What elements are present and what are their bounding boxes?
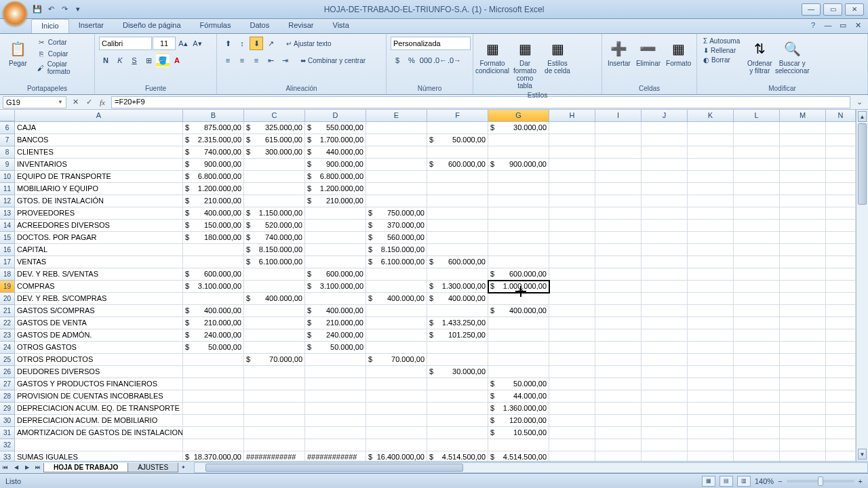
tab-last-icon[interactable]: ⏭ bbox=[33, 462, 43, 473]
cell[interactable]: INVENTARIOS bbox=[15, 159, 183, 171]
zoom-thumb[interactable] bbox=[818, 476, 823, 486]
cell[interactable] bbox=[366, 427, 427, 439]
cell[interactable]: $50.000,00 bbox=[427, 134, 488, 146]
tab-insertar[interactable]: Insertar bbox=[69, 19, 113, 33]
fill-color-button[interactable]: 🪣 bbox=[156, 54, 170, 67]
cell[interactable] bbox=[642, 329, 688, 342]
cell[interactable] bbox=[427, 183, 488, 195]
row-header[interactable]: 29 bbox=[0, 403, 15, 415]
scroll-up-icon[interactable]: ▲ bbox=[858, 111, 867, 122]
cell[interactable] bbox=[488, 171, 549, 183]
page-break-view-icon[interactable]: ▥ bbox=[737, 476, 751, 487]
cell[interactable] bbox=[488, 256, 549, 268]
cell[interactable] bbox=[427, 268, 488, 281]
cell[interactable]: $400.000,00 bbox=[183, 305, 244, 317]
cell[interactable]: DEPRECIACION ACUM. DE MOBILIARIO bbox=[15, 415, 183, 427]
cell[interactable]: $400.000,00 bbox=[427, 293, 488, 305]
cell[interactable] bbox=[549, 256, 595, 268]
cell[interactable] bbox=[595, 268, 642, 281]
cell[interactable] bbox=[427, 403, 488, 415]
autosum-button[interactable]: ΣAutosuma bbox=[701, 37, 742, 45]
cell[interactable] bbox=[780, 451, 826, 461]
cell[interactable] bbox=[642, 390, 688, 403]
chevron-down-icon[interactable]: ▼ bbox=[58, 99, 63, 105]
cell[interactable] bbox=[549, 427, 595, 439]
cell[interactable] bbox=[366, 183, 427, 195]
cut-button[interactable]: ✂Cortar bbox=[35, 37, 90, 47]
cell[interactable] bbox=[549, 171, 595, 183]
cell[interactable]: ############ bbox=[244, 451, 305, 461]
tab-datos[interactable]: Datos bbox=[240, 19, 279, 33]
cell[interactable] bbox=[549, 342, 595, 354]
cell[interactable] bbox=[826, 390, 856, 403]
cell[interactable]: GTOS. DE INSTALACIÓN bbox=[15, 195, 183, 207]
cell[interactable] bbox=[642, 439, 688, 451]
cell[interactable] bbox=[366, 329, 427, 342]
cell[interactable] bbox=[826, 317, 856, 329]
cell[interactable] bbox=[595, 146, 642, 159]
cell[interactable] bbox=[780, 171, 826, 183]
cell[interactable]: ############ bbox=[305, 451, 366, 461]
cell[interactable] bbox=[427, 220, 488, 232]
cell[interactable] bbox=[305, 354, 366, 366]
cell[interactable] bbox=[595, 232, 642, 244]
cell[interactable] bbox=[734, 305, 780, 317]
cell[interactable]: $1.200.000,00 bbox=[305, 183, 366, 195]
cell[interactable]: $50.000,00 bbox=[488, 378, 549, 390]
cell[interactable]: $440.000,00 bbox=[305, 146, 366, 159]
font-color-button[interactable]: A bbox=[170, 54, 184, 67]
cell[interactable] bbox=[780, 195, 826, 207]
cell[interactable] bbox=[826, 439, 856, 451]
cell[interactable] bbox=[427, 415, 488, 427]
cell[interactable] bbox=[688, 354, 734, 366]
cell[interactable] bbox=[826, 134, 856, 146]
cell[interactable]: $10.500,00 bbox=[488, 427, 549, 439]
row-header[interactable]: 20 bbox=[0, 293, 15, 305]
cell[interactable] bbox=[734, 317, 780, 329]
cell[interactable] bbox=[826, 342, 856, 354]
cell[interactable] bbox=[826, 159, 856, 171]
cell[interactable] bbox=[826, 366, 856, 378]
cell[interactable] bbox=[642, 171, 688, 183]
cell[interactable] bbox=[183, 415, 244, 427]
normal-view-icon[interactable]: ▦ bbox=[702, 476, 715, 487]
cell[interactable] bbox=[688, 281, 734, 293]
cell[interactable] bbox=[366, 439, 427, 451]
cell[interactable] bbox=[549, 281, 595, 293]
cell[interactable] bbox=[244, 378, 305, 390]
cell[interactable] bbox=[688, 293, 734, 305]
cell[interactable]: $6.800.000,00 bbox=[183, 171, 244, 183]
cell[interactable] bbox=[488, 244, 549, 256]
cell[interactable] bbox=[642, 378, 688, 390]
increase-decimal-icon[interactable]: .0← bbox=[433, 54, 447, 67]
cell[interactable]: $1.200.000,00 bbox=[183, 183, 244, 195]
cell[interactable] bbox=[244, 439, 305, 451]
percent-icon[interactable]: % bbox=[405, 54, 418, 67]
cell[interactable] bbox=[549, 439, 595, 451]
cell[interactable] bbox=[595, 159, 642, 171]
cell[interactable] bbox=[734, 390, 780, 403]
redo-icon[interactable]: ↷ bbox=[58, 3, 71, 16]
cell[interactable] bbox=[826, 354, 856, 366]
number-format-select[interactable] bbox=[391, 37, 471, 50]
cell[interactable] bbox=[595, 195, 642, 207]
cell[interactable]: GASTOS DE VENTA bbox=[15, 317, 183, 329]
cell[interactable]: BANCOS bbox=[15, 134, 183, 146]
cell[interactable] bbox=[780, 390, 826, 403]
cell[interactable] bbox=[244, 171, 305, 183]
row-header[interactable]: 21 bbox=[0, 305, 15, 317]
cell[interactable] bbox=[595, 317, 642, 329]
cell[interactable] bbox=[488, 195, 549, 207]
cell[interactable]: $325.000,00 bbox=[244, 122, 305, 134]
cell[interactable] bbox=[305, 390, 366, 403]
cell[interactable] bbox=[595, 305, 642, 317]
col-header-G[interactable]: G bbox=[488, 110, 549, 121]
cell[interactable] bbox=[595, 122, 642, 134]
cell[interactable]: $600.000,00 bbox=[488, 268, 549, 281]
cell[interactable] bbox=[688, 134, 734, 146]
cell[interactable]: CAPITAL bbox=[15, 244, 183, 256]
cell[interactable] bbox=[780, 134, 826, 146]
cell[interactable] bbox=[642, 293, 688, 305]
cell[interactable] bbox=[826, 183, 856, 195]
cell[interactable]: $600.000,00 bbox=[305, 268, 366, 281]
